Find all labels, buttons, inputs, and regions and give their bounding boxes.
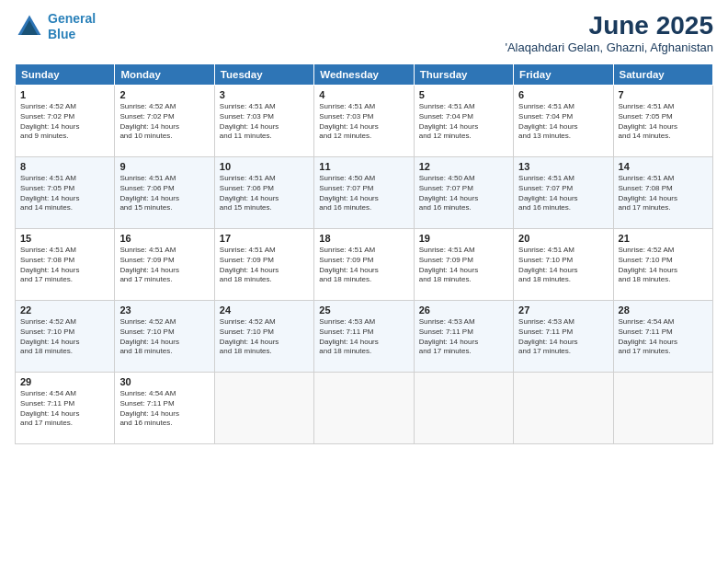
cell-line: Daylight: 14 hours [619,338,708,348]
cell-line: and 16 minutes. [319,203,408,213]
cell-line: Sunset: 7:05 PM [20,184,109,194]
cell-line: Sunrise: 4:52 AM [220,317,309,327]
day-number: 20 [518,233,608,244]
cell-line: Daylight: 14 hours [220,338,309,348]
day-number: 16 [119,233,209,244]
cell-line: and 17 minutes. [619,347,708,357]
calendar-week-row: 22Sunrise: 4:52 AMSunset: 7:10 PMDayligh… [16,301,713,373]
cell-line: Sunrise: 4:51 AM [319,246,408,256]
cell-line: and 12 minutes. [319,132,408,142]
cell-line: Sunrise: 4:51 AM [619,174,708,184]
cell-line: Sunrise: 4:51 AM [619,102,708,112]
cell-line: and 12 minutes. [419,132,508,142]
page: General Blue June 2025 'Alaqahdari Gelan… [0,0,728,563]
cell-line: Sunset: 7:11 PM [518,327,608,338]
table-row: 28Sunrise: 4:54 AMSunset: 7:11 PMDayligh… [613,301,712,373]
table-row: 13Sunrise: 4:51 AMSunset: 7:07 PMDayligh… [514,157,613,229]
month-title: June 2025 [505,11,713,40]
table-row: 9Sunrise: 4:51 AMSunset: 7:06 PMDaylight… [115,157,214,229]
col-saturday: Saturday [613,64,712,86]
cell-line: Sunrise: 4:54 AM [119,389,209,399]
cell-line: Sunset: 7:07 PM [518,184,608,194]
day-number: 28 [619,304,708,316]
cell-line: Sunrise: 4:51 AM [119,246,209,256]
cell-line: Sunrise: 4:51 AM [518,246,608,256]
table-row: 11Sunrise: 4:50 AMSunset: 7:07 PMDayligh… [314,157,414,229]
cell-line: and 11 minutes. [220,132,309,142]
day-number: 29 [20,376,109,387]
cell-line: Sunrise: 4:52 AM [20,102,109,112]
header: General Blue June 2025 'Alaqahdari Gelan… [15,11,713,54]
cell-line: and 17 minutes. [419,347,508,357]
cell-line: Sunset: 7:08 PM [619,184,708,194]
cell-info: Sunrise: 4:50 AMSunset: 7:07 PMDaylight:… [319,174,408,213]
cell-line: and 13 minutes. [518,132,608,142]
cell-line: Sunset: 7:10 PM [20,327,109,338]
cell-line: and 17 minutes. [119,275,209,285]
cell-line: Daylight: 14 hours [20,194,109,204]
cell-info: Sunrise: 4:52 AMSunset: 7:10 PMDaylight:… [220,317,309,357]
cell-line: and 16 minutes. [419,203,508,213]
cell-line: Sunrise: 4:51 AM [220,102,309,112]
cell-line: and 18 minutes. [518,275,608,285]
table-row: 8Sunrise: 4:51 AMSunset: 7:05 PMDaylight… [16,157,115,229]
cell-line: Sunset: 7:10 PM [119,327,209,338]
calendar: Sunday Monday Tuesday Wednesday Thursday… [15,63,713,444]
cell-line: Sunset: 7:11 PM [319,327,408,338]
cell-info: Sunrise: 4:51 AMSunset: 7:07 PMDaylight:… [518,174,608,213]
cell-line: Sunset: 7:08 PM [20,256,109,266]
cell-line: Daylight: 14 hours [419,266,508,276]
cell-info: Sunrise: 4:51 AMSunset: 7:09 PMDaylight:… [319,246,408,285]
cell-info: Sunrise: 4:54 AMSunset: 7:11 PMDaylight:… [619,317,708,357]
day-number: 25 [319,304,408,316]
table-row [214,373,313,444]
cell-info: Sunrise: 4:54 AMSunset: 7:11 PMDaylight:… [20,389,109,429]
cell-line: Sunrise: 4:51 AM [20,246,109,256]
cell-info: Sunrise: 4:51 AMSunset: 7:08 PMDaylight:… [619,174,708,213]
cell-line: and 17 minutes. [20,419,109,429]
cell-line: and 9 minutes. [20,132,109,142]
location-subtitle: 'Alaqahdari Gelan, Ghazni, Afghanistan [505,40,713,54]
cell-line: and 18 minutes. [220,347,309,357]
cell-line: and 18 minutes. [220,275,309,285]
table-row: 14Sunrise: 4:51 AMSunset: 7:08 PMDayligh… [613,157,712,229]
cell-line: Sunset: 7:04 PM [419,112,508,122]
calendar-week-row: 1Sunrise: 4:52 AMSunset: 7:02 PMDaylight… [16,86,713,157]
cell-line: Sunset: 7:03 PM [319,112,408,122]
col-friday: Friday [514,64,613,86]
table-row: 21Sunrise: 4:52 AMSunset: 7:10 PMDayligh… [613,229,712,301]
cell-line: Daylight: 14 hours [619,122,708,132]
cell-info: Sunrise: 4:50 AMSunset: 7:07 PMDaylight:… [419,174,508,213]
day-number: 6 [518,89,608,100]
cell-info: Sunrise: 4:52 AMSunset: 7:02 PMDaylight:… [20,102,109,142]
cell-line: Sunrise: 4:51 AM [419,102,508,112]
cell-line: and 17 minutes. [20,275,109,285]
cell-line: and 16 minutes. [119,419,209,429]
cell-info: Sunrise: 4:51 AMSunset: 7:09 PMDaylight:… [419,246,508,285]
cell-line: Daylight: 14 hours [319,338,408,348]
cell-info: Sunrise: 4:51 AMSunset: 7:03 PMDaylight:… [319,102,408,142]
cell-line: Daylight: 14 hours [419,122,508,132]
day-number: 19 [419,233,508,244]
cell-line: and 14 minutes. [20,203,109,213]
table-row: 24Sunrise: 4:52 AMSunset: 7:10 PMDayligh… [214,301,313,373]
day-number: 7 [619,89,708,100]
cell-line: Sunrise: 4:50 AM [319,174,408,184]
col-monday: Monday [115,64,214,86]
day-number: 14 [619,161,708,172]
cell-info: Sunrise: 4:52 AMSunset: 7:02 PMDaylight:… [119,102,209,142]
cell-line: Sunset: 7:09 PM [220,256,309,266]
table-row [414,373,513,444]
day-number: 21 [619,233,708,244]
cell-line: Sunset: 7:11 PM [619,327,708,338]
table-row: 22Sunrise: 4:52 AMSunset: 7:10 PMDayligh… [16,301,115,373]
day-number: 12 [419,161,508,172]
table-row: 16Sunrise: 4:51 AMSunset: 7:09 PMDayligh… [115,229,214,301]
cell-line: and 18 minutes. [20,347,109,357]
cell-line: Daylight: 14 hours [619,194,708,204]
cell-line: Daylight: 14 hours [119,194,209,204]
cell-line: Sunrise: 4:53 AM [419,317,508,327]
day-number: 30 [119,376,209,387]
cell-line: Sunrise: 4:51 AM [419,246,508,256]
calendar-week-row: 29Sunrise: 4:54 AMSunset: 7:11 PMDayligh… [16,373,713,444]
